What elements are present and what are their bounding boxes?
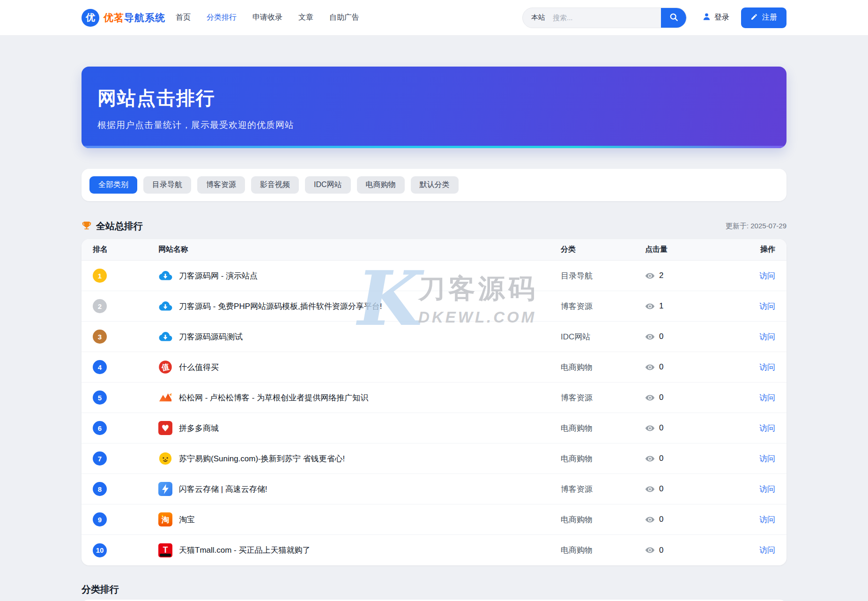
- hero-accent-line: [82, 146, 786, 148]
- site-name-link[interactable]: 松松网 - 卢松松博客 - 为草根创业者提供网络推广知识: [179, 392, 368, 403]
- pencil-icon: [750, 13, 758, 23]
- nav-item-articles[interactable]: 文章: [298, 13, 313, 23]
- visit-link[interactable]: 访问: [759, 302, 775, 311]
- site-category: 博客资源: [561, 484, 645, 495]
- col-category: 分类: [561, 245, 645, 255]
- page-subtitle: 根据用户点击量统计，展示最受欢迎的优质网站: [82, 111, 786, 131]
- visit-link[interactable]: 访问: [759, 515, 775, 524]
- svg-text:♥: ♥: [162, 423, 170, 433]
- table-row: 5松松网 - 卢松松博客 - 为草根创业者提供网络推广知识博客资源0访问: [82, 383, 786, 413]
- page-title: 网站点击排行: [82, 67, 786, 111]
- rank-badge: 1: [93, 269, 107, 283]
- nav-item-apply-inclusion[interactable]: 申请收录: [252, 13, 282, 23]
- eye-icon: [645, 271, 655, 281]
- filter-pill-blog[interactable]: 博客资源: [197, 176, 245, 194]
- register-button[interactable]: 注册: [741, 8, 786, 28]
- cloud-download-icon: [158, 330, 172, 344]
- visit-link[interactable]: 访问: [759, 393, 775, 402]
- svg-text:T: T: [163, 545, 168, 554]
- click-count: 0: [659, 423, 663, 433]
- visit-link[interactable]: 访问: [759, 271, 775, 280]
- click-count: 0: [659, 454, 663, 463]
- register-label: 注册: [762, 13, 777, 23]
- table-row: 7苏宁易购(Suning.com)-换新到苏宁 省钱更省心!电商购物0访问: [82, 443, 786, 474]
- table-header-row: 排名 网站名称 分类 点击量 操作: [82, 239, 786, 261]
- site-name-link[interactable]: 刀客源码源码测试: [179, 331, 243, 342]
- filter-pill-ecommerce[interactable]: 电商购物: [357, 176, 405, 194]
- ranking-table: 排名 网站名称 分类 点击量 操作 1刀客源码网 - 演示站点目录导航2访问2刀…: [82, 239, 786, 565]
- visit-link[interactable]: 访问: [759, 332, 775, 341]
- table-row: 6♥拼多多商城电商购物0访问: [82, 413, 786, 443]
- col-name: 网站名称: [158, 245, 561, 255]
- updated-date: 更新于: 2025-07-29: [726, 222, 786, 231]
- search-box: 本站: [522, 8, 687, 28]
- rank-badge: 7: [93, 451, 107, 466]
- rank-badge: 3: [93, 330, 107, 344]
- click-count: 2: [659, 271, 663, 280]
- table-row: 1刀客源码网 - 演示站点目录导航2访问: [82, 261, 786, 291]
- main-nav: 首页分类排行申请收录文章自助广告: [176, 13, 359, 23]
- site-name-link[interactable]: 刀客源码网 - 演示站点: [179, 270, 258, 281]
- visit-link[interactable]: 访问: [759, 485, 775, 494]
- filter-pill-default[interactable]: 默认分类: [411, 176, 459, 194]
- rank-badge: 10: [93, 543, 107, 557]
- site-name-link[interactable]: 淘宝: [179, 514, 195, 525]
- visit-link[interactable]: 访问: [759, 424, 775, 433]
- nav-item-category-rank[interactable]: 分类排行: [207, 13, 237, 23]
- table-row: 2刀客源码 - 免费PHP网站源码模板,插件软件资源分享平台!博客资源1访问: [82, 291, 786, 322]
- eye-icon: [645, 393, 655, 403]
- eye-icon: [645, 362, 655, 372]
- nav-item-self-ads[interactable]: 自助广告: [329, 13, 359, 23]
- site-category: 目录导航: [561, 270, 645, 281]
- fox-logo-icon: [158, 391, 172, 405]
- search-icon: [669, 12, 679, 23]
- table-row: 3刀客源码源码测试IDC网站0访问: [82, 322, 786, 352]
- ranking-section-head: 全站总排行 更新于: 2025-07-29: [82, 220, 786, 233]
- taobao-icon: 淘: [158, 512, 172, 526]
- site-name-link[interactable]: 刀客源码 - 免费PHP网站源码模板,插件软件资源分享平台!: [179, 301, 382, 312]
- category-ranking-title: 分类排行: [82, 583, 786, 596]
- click-count: 0: [659, 393, 663, 402]
- filter-pill-video[interactable]: 影音视频: [251, 176, 299, 194]
- filter-pill-all[interactable]: 全部类别: [89, 176, 137, 194]
- site-name-link[interactable]: 天猫Tmall.com - 买正品上天猫就购了: [179, 545, 311, 556]
- table-row: 10T天猫Tmall.com - 买正品上天猫就购了电商购物0访问: [82, 535, 786, 565]
- login-label: 登录: [714, 13, 729, 23]
- rank-badge: 2: [93, 299, 107, 313]
- site-category: 电商购物: [561, 453, 645, 464]
- click-count: 0: [659, 484, 663, 494]
- search-scope-selector[interactable]: 本站: [531, 13, 545, 22]
- visit-link[interactable]: 访问: [759, 363, 775, 372]
- logo-badge-icon: 优: [82, 9, 99, 27]
- col-rank: 排名: [93, 245, 158, 255]
- top-bar: 优 优茗导航系统 首页分类排行申请收录文章自助广告 本站 登录: [0, 0, 868, 36]
- table-row: 8闪客云存储 | 高速云存储!博客资源0访问: [82, 474, 786, 504]
- visit-link[interactable]: 访问: [759, 454, 775, 463]
- filter-pill-directory[interactable]: 目录导航: [143, 176, 191, 194]
- eye-icon: [645, 423, 655, 433]
- filter-pill-idc[interactable]: IDC网站: [305, 176, 351, 194]
- site-category: 电商购物: [561, 545, 645, 556]
- hero-banner: 网站点击排行 根据用户点击量统计，展示最受欢迎的优质网站: [82, 67, 786, 148]
- click-count: 1: [659, 301, 663, 311]
- trophy-icon: [82, 220, 92, 233]
- eye-icon: [645, 515, 655, 525]
- pdd-heart-icon: ♥: [158, 421, 172, 435]
- user-icon: [702, 12, 711, 23]
- login-button[interactable]: 登录: [702, 12, 729, 23]
- site-name-link[interactable]: 拼多多商城: [179, 423, 219, 434]
- site-name-link[interactable]: 苏宁易购(Suning.com)-换新到苏宁 省钱更省心!: [179, 453, 345, 464]
- search-input[interactable]: [553, 14, 661, 22]
- site-name-link[interactable]: 什么值得买: [179, 362, 219, 373]
- search-button[interactable]: [661, 8, 686, 28]
- col-clicks: 点击量: [645, 245, 748, 255]
- click-count: 0: [659, 362, 663, 372]
- eye-icon: [645, 301, 655, 311]
- col-action: 操作: [748, 245, 775, 255]
- site-category: 电商购物: [561, 362, 645, 373]
- site-name-link[interactable]: 闪客云存储 | 高速云存储!: [179, 484, 267, 495]
- suning-lion-icon: [158, 451, 172, 466]
- site-logo[interactable]: 优 优茗导航系统: [82, 9, 165, 27]
- nav-item-home[interactable]: 首页: [176, 13, 191, 23]
- visit-link[interactable]: 访问: [759, 546, 775, 555]
